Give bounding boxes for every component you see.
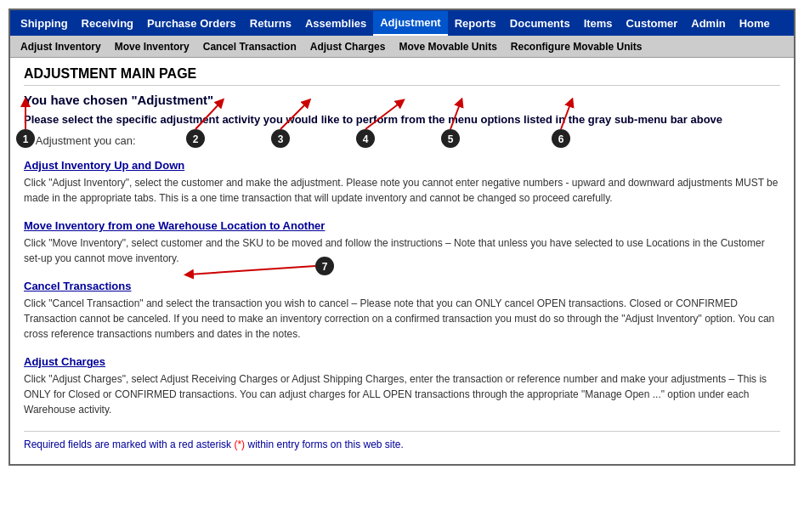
- page-wrapper: Shipping Receiving Purchase Orders Retur…: [8, 8, 796, 466]
- subnav-adjust-inventory[interactable]: Adjust Inventory: [14, 37, 108, 56]
- section-body-adjust-charges: Click "Adjust Charges", select Adjust Re…: [24, 371, 780, 417]
- section-move-inventory: Move Inventory from one Warehouse Locati…: [24, 219, 780, 266]
- main-content: 1 2 3 4 5 6 7 A: [10, 58, 794, 464]
- asterisk-symbol: (*): [234, 439, 245, 450]
- section-body-cancel-transactions: Click "Cancel Transaction" and select th…: [24, 296, 780, 342]
- subnav-cancel-transaction[interactable]: Cancel Transaction: [196, 37, 303, 56]
- section-title-cancel-transactions[interactable]: Cancel Transactions: [24, 280, 780, 292]
- instruction-text: Please select the specific adjustment ac…: [24, 112, 780, 127]
- nav-purchase-orders[interactable]: Purchase Orders: [140, 12, 243, 35]
- footer-note: Required fields are marked with a red as…: [24, 431, 780, 450]
- section-body-move-inventory: Click "Move Inventory", select customer …: [24, 235, 780, 266]
- nav-home[interactable]: Home: [733, 12, 777, 35]
- section-title-adjust-charges[interactable]: Adjust Charges: [24, 355, 780, 368]
- section-title-adjust-inventory[interactable]: Adjust Inventory Up and Down: [24, 159, 780, 172]
- nav-adjustment[interactable]: Adjustment: [373, 11, 448, 36]
- section-body-adjust-inventory: Click "Adjust Inventory", select the cus…: [24, 175, 780, 206]
- sub-nav: Adjust Inventory Move Inventory Cancel T…: [10, 36, 794, 58]
- section-adjust-charges: Adjust Charges Click "Adjust Charges", s…: [24, 355, 780, 417]
- nav-shipping[interactable]: Shipping: [14, 12, 75, 35]
- nav-receiving[interactable]: Receiving: [75, 12, 140, 35]
- in-adjustment-label: In Adjustment you can:: [24, 134, 780, 147]
- nav-returns[interactable]: Returns: [243, 12, 298, 35]
- nav-admin[interactable]: Admin: [684, 12, 732, 35]
- subnav-move-movable-units[interactable]: Move Movable Units: [392, 37, 503, 56]
- subnav-adjust-charges[interactable]: Adjust Charges: [303, 37, 393, 56]
- svg-line-21: [189, 266, 315, 274]
- section-title-move-inventory[interactable]: Move Inventory from one Warehouse Locati…: [24, 219, 780, 232]
- top-nav: Shipping Receiving Purchase Orders Retur…: [10, 10, 794, 36]
- subnav-reconfigure-movable-units[interactable]: Reconfigure Movable Units: [504, 37, 649, 56]
- nav-reports[interactable]: Reports: [448, 12, 503, 35]
- subnav-move-inventory[interactable]: Move Inventory: [108, 37, 196, 56]
- nav-documents[interactable]: Documents: [503, 12, 577, 35]
- chosen-text: You have chosen "Adjustment": [24, 93, 780, 107]
- nav-customer[interactable]: Customer: [620, 12, 685, 35]
- nav-assemblies[interactable]: Assemblies: [298, 12, 373, 35]
- section-cancel-transactions: Cancel Transactions Click "Cancel Transa…: [24, 280, 780, 342]
- nav-items[interactable]: Items: [577, 12, 620, 35]
- page-title: Adjustment Main Page: [24, 66, 780, 86]
- section-adjust-inventory: Adjust Inventory Up and Down Click "Adju…: [24, 159, 780, 206]
